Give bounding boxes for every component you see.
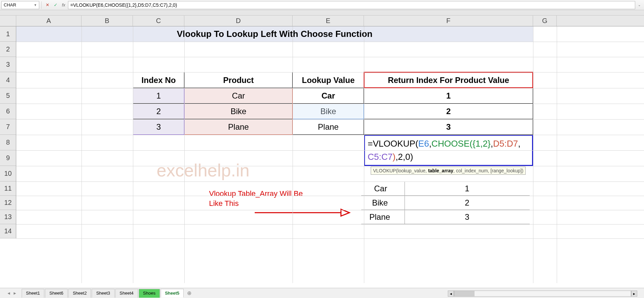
- row-headers[interactable]: 1234567891011121314: [0, 26, 16, 238]
- range-c5c7: [133, 88, 184, 135]
- tab-nav: ◄ ►: [7, 291, 17, 296]
- formula-input[interactable]: =VLOOKUP(E6,CHOOSE({1,2},D5:D7,C5:C7),2,…: [68, 1, 635, 9]
- cell-e5[interactable]: Car: [293, 88, 364, 104]
- row-header-7[interactable]: 7: [0, 119, 16, 135]
- horizontal-scrollbar[interactable]: ◄ ►: [448, 291, 637, 297]
- range-d5d7: [184, 88, 293, 135]
- scroll-left-icon[interactable]: ◄: [448, 291, 454, 297]
- row-header-12[interactable]: 12: [0, 196, 16, 210]
- row-header-6[interactable]: 6: [0, 104, 16, 119]
- row-header-3[interactable]: 3: [0, 57, 16, 72]
- range-e6: [293, 104, 364, 119]
- row-header-13[interactable]: 13: [0, 210, 16, 224]
- tab-sheet1[interactable]: Sheet1: [22, 289, 44, 298]
- col-header-d[interactable]: D: [184, 16, 293, 26]
- header-product: Product: [184, 72, 293, 88]
- cell-f7[interactable]: 3: [364, 119, 533, 135]
- watermark: excelhelp.in: [157, 160, 250, 180]
- tab-nav-prev-icon[interactable]: ◄: [7, 291, 11, 296]
- column-headers[interactable]: ABCDEFG: [16, 16, 644, 26]
- scroll-track[interactable]: [454, 291, 631, 297]
- col-header-c[interactable]: C: [133, 16, 184, 26]
- row-header-2[interactable]: 2: [0, 42, 16, 57]
- annotation-text: Vlookup Table_Array Will Be Like This: [209, 189, 303, 208]
- row-header-1[interactable]: 1: [0, 26, 16, 42]
- col-header-b[interactable]: B: [82, 16, 133, 26]
- mini-r3c2: 3: [405, 210, 530, 224]
- add-sheet-button[interactable]: ⊕: [184, 290, 194, 296]
- name-box[interactable]: CHAR ▼: [1, 1, 39, 9]
- col-header-f[interactable]: F: [364, 16, 533, 26]
- formula-text: =VLOOKUP(E6,CHOOSE({1,2},D5:D7,C5:C7),2,…: [70, 2, 177, 8]
- tab-nav-next-icon[interactable]: ►: [13, 291, 17, 296]
- row-header-9[interactable]: 9: [0, 150, 16, 166]
- header-lookup-value: Lookup Value: [293, 72, 364, 88]
- enter-icon[interactable]: ✓: [52, 1, 59, 9]
- tab-sheet4[interactable]: Sheet4: [115, 289, 138, 298]
- chevron-down-icon[interactable]: ▼: [34, 3, 37, 7]
- col-header-g[interactable]: G: [533, 16, 557, 26]
- cells-area[interactable]: Vlookup To Lookup Left With Choose Funct…: [16, 26, 644, 283]
- row-header-4[interactable]: 4: [0, 72, 16, 88]
- name-box-value: CHAR: [4, 2, 16, 7]
- col-header-a[interactable]: A: [16, 16, 82, 26]
- fx-icon[interactable]: fx: [60, 1, 67, 9]
- mini-r1c2: 1: [405, 182, 530, 196]
- formula-bar: CHAR ▼ ✕ ✓ fx =VLOOKUP(E6,CHOOSE({1,2},D…: [0, 0, 644, 10]
- tab-sheet5[interactable]: Sheet5: [161, 289, 184, 298]
- row-header-11[interactable]: 11: [0, 182, 16, 196]
- header-index-no: Index No: [133, 72, 184, 88]
- spreadsheet-grid[interactable]: ABCDEFG 1234567891011121314 Vlookup To L…: [0, 16, 644, 283]
- sheet-tabstrip: ◄ ► Sheet1Sheet6Sheet2Sheet3Sheet4ShoesS…: [0, 288, 644, 298]
- arrow-icon: [253, 206, 351, 219]
- cancel-icon[interactable]: ✕: [44, 1, 51, 9]
- expand-formula-icon[interactable]: ⌄: [636, 3, 643, 7]
- mini-r2c2: 2: [405, 196, 530, 210]
- page-title: Vlookup To Lookup Left With Choose Funct…: [16, 26, 533, 42]
- header-return-index: Return Index For Product Value: [364, 72, 533, 88]
- svg-marker-1: [341, 209, 349, 216]
- row-header-14[interactable]: 14: [0, 224, 16, 238]
- scroll-right-icon[interactable]: ►: [631, 291, 637, 297]
- tab-sheet2[interactable]: Sheet2: [68, 289, 91, 298]
- cell-f6[interactable]: 2: [364, 104, 533, 119]
- cell-f5[interactable]: 1: [364, 88, 533, 104]
- tab-sheet6[interactable]: Sheet6: [45, 289, 68, 298]
- cell-e7[interactable]: Plane: [293, 119, 364, 135]
- col-header-e[interactable]: E: [293, 16, 364, 26]
- tab-sheet3[interactable]: Sheet3: [92, 289, 114, 298]
- title-text: Vlookup To Lookup Left With Choose Funct…: [177, 29, 372, 39]
- row-header-8[interactable]: 8: [0, 135, 16, 150]
- row-header-10[interactable]: 10: [0, 166, 16, 182]
- row-header-5[interactable]: 5: [0, 88, 16, 104]
- scroll-thumb[interactable]: [454, 291, 475, 296]
- separator: [41, 1, 42, 9]
- tab-shoes[interactable]: Shoes: [139, 289, 160, 298]
- formula-tooltip: VLOOKUP(lookup_value, table_array, col_i…: [371, 167, 526, 175]
- tabs-container: Sheet1Sheet6Sheet2Sheet3Sheet4ShoesSheet…: [22, 289, 185, 298]
- select-all-corner[interactable]: [0, 16, 16, 26]
- ribbon-spacer: [0, 10, 644, 16]
